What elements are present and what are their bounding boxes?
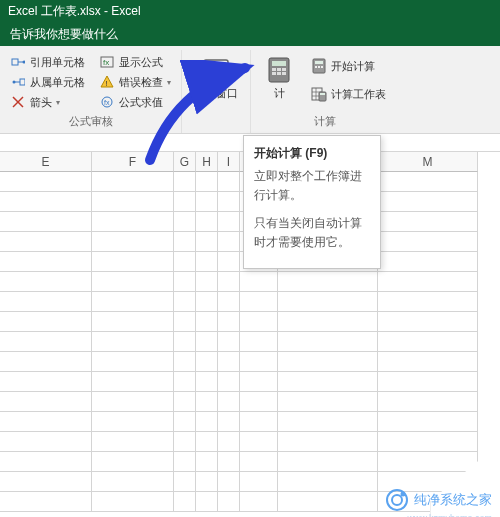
cell[interactable] — [240, 352, 278, 372]
cell[interactable] — [92, 412, 174, 432]
show-formulas-button[interactable]: fx 显示公式 — [95, 52, 175, 72]
cell[interactable] — [196, 232, 218, 252]
cell[interactable] — [174, 392, 196, 412]
cell[interactable] — [196, 492, 218, 512]
cell[interactable] — [92, 272, 174, 292]
cell[interactable] — [92, 352, 174, 372]
watch-window-button[interactable]: 监视窗口 — [188, 52, 244, 105]
cell[interactable] — [378, 352, 478, 372]
cell[interactable] — [378, 312, 478, 332]
cell[interactable] — [278, 472, 378, 492]
cell[interactable] — [174, 472, 196, 492]
cell[interactable] — [278, 492, 378, 512]
cell[interactable] — [0, 332, 92, 352]
cell[interactable] — [218, 272, 240, 292]
cell[interactable] — [378, 172, 478, 192]
cell[interactable] — [378, 192, 478, 212]
cell[interactable] — [92, 312, 174, 332]
cell[interactable] — [174, 192, 196, 212]
cell[interactable] — [0, 352, 92, 372]
cell[interactable] — [196, 372, 218, 392]
cell[interactable] — [196, 352, 218, 372]
cell[interactable] — [0, 432, 92, 452]
cell[interactable] — [240, 432, 278, 452]
cell[interactable] — [240, 392, 278, 412]
cell[interactable] — [196, 252, 218, 272]
cell[interactable] — [218, 232, 240, 252]
tell-me-bar[interactable]: 告诉我你想要做什么 — [0, 22, 500, 46]
cell[interactable] — [196, 212, 218, 232]
cell[interactable] — [240, 492, 278, 512]
cell[interactable] — [0, 272, 92, 292]
column-header[interactable]: G — [174, 152, 196, 172]
cell[interactable] — [278, 272, 378, 292]
cell[interactable] — [378, 432, 478, 452]
cell[interactable] — [378, 372, 478, 392]
cell[interactable] — [196, 472, 218, 492]
cell[interactable] — [240, 372, 278, 392]
cell[interactable] — [174, 292, 196, 312]
cell[interactable] — [0, 192, 92, 212]
cell[interactable] — [0, 232, 92, 252]
cell[interactable] — [0, 172, 92, 192]
cell[interactable] — [174, 332, 196, 352]
cell[interactable] — [196, 392, 218, 412]
cell[interactable] — [92, 212, 174, 232]
column-header[interactable]: E — [0, 152, 92, 172]
cell[interactable] — [0, 492, 92, 512]
cell[interactable] — [378, 392, 478, 412]
column-header[interactable]: M — [378, 152, 478, 172]
cell[interactable] — [0, 212, 92, 232]
cell[interactable] — [196, 292, 218, 312]
cell[interactable] — [378, 252, 478, 272]
cell[interactable] — [174, 272, 196, 292]
cell[interactable] — [174, 212, 196, 232]
cell[interactable] — [218, 172, 240, 192]
cell[interactable] — [92, 332, 174, 352]
cell[interactable] — [378, 232, 478, 252]
cell[interactable] — [278, 312, 378, 332]
column-header[interactable]: F — [92, 152, 174, 172]
cell[interactable] — [92, 372, 174, 392]
cell[interactable] — [218, 332, 240, 352]
cell[interactable] — [174, 412, 196, 432]
trace-dependents-button[interactable]: 从属单元格 — [6, 72, 89, 92]
cell[interactable] — [378, 452, 478, 472]
error-checking-button[interactable]: ! 错误检查 ▾ — [95, 72, 175, 92]
cell[interactable] — [378, 212, 478, 232]
cell[interactable] — [218, 312, 240, 332]
cell[interactable] — [240, 292, 278, 312]
cell[interactable] — [240, 412, 278, 432]
calculate-sheet-button[interactable]: 计算工作表 — [305, 80, 392, 108]
cell[interactable] — [278, 332, 378, 352]
cell[interactable] — [174, 312, 196, 332]
cell[interactable] — [92, 252, 174, 272]
calculation-options-button[interactable]: 计 — [257, 52, 301, 108]
column-header[interactable]: I — [218, 152, 240, 172]
cell[interactable] — [378, 332, 478, 352]
cell[interactable] — [196, 272, 218, 292]
cell[interactable] — [378, 412, 478, 432]
cell[interactable] — [0, 292, 92, 312]
cell[interactable] — [174, 452, 196, 472]
cell[interactable] — [0, 472, 92, 492]
cell[interactable] — [218, 472, 240, 492]
cell[interactable] — [278, 432, 378, 452]
cell[interactable] — [240, 312, 278, 332]
cell[interactable] — [218, 252, 240, 272]
cell[interactable] — [196, 332, 218, 352]
cell[interactable] — [278, 452, 378, 472]
cell[interactable] — [92, 492, 174, 512]
cell[interactable] — [92, 452, 174, 472]
column-header[interactable]: H — [196, 152, 218, 172]
remove-arrows-button[interactable]: 箭头 ▾ — [6, 92, 89, 112]
cell[interactable] — [174, 172, 196, 192]
cell[interactable] — [218, 452, 240, 472]
cell[interactable] — [174, 352, 196, 372]
cell[interactable] — [218, 412, 240, 432]
calculate-now-button[interactable]: 开始计算 — [305, 52, 392, 80]
cell[interactable] — [174, 432, 196, 452]
cell[interactable] — [218, 492, 240, 512]
cell[interactable] — [218, 212, 240, 232]
cell[interactable] — [0, 372, 92, 392]
